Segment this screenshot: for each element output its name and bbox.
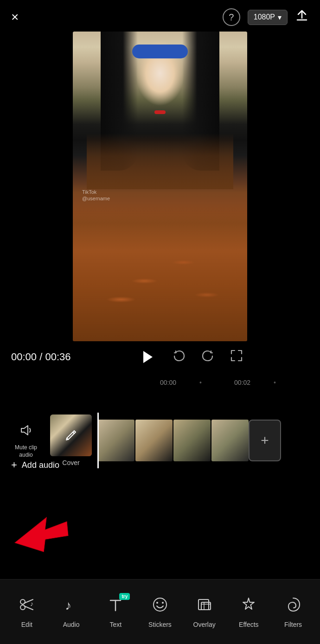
video-frame: TikTok @username xyxy=(73,32,247,341)
toolbar-item-effects[interactable]: Effects xyxy=(230,596,267,628)
toolbar-item-audio[interactable]: ♪ Audio xyxy=(53,596,90,628)
timeline-cursor xyxy=(97,413,99,468)
speaker-icon xyxy=(18,422,34,440)
stickers-icon xyxy=(151,596,169,617)
mute-clip-button[interactable]: Mute clip audio xyxy=(7,422,45,459)
svg-point-11 xyxy=(156,602,158,604)
effects-label: Effects xyxy=(239,621,259,628)
ruler-time-1: 00:00 xyxy=(160,379,176,386)
filters-label: Filters xyxy=(284,621,302,628)
add-audio-button[interactable]: Add audio xyxy=(22,460,59,470)
svg-text:♪: ♪ xyxy=(65,598,71,612)
try-badge: try xyxy=(119,593,130,600)
red-arrow-indicator xyxy=(14,515,70,558)
svg-point-10 xyxy=(154,598,166,611)
effects-icon xyxy=(240,596,257,617)
svg-text:♪: ♪ xyxy=(30,600,33,607)
add-audio-plus-icon: + xyxy=(11,459,17,471)
stickers-label: Stickers xyxy=(148,621,172,628)
svg-rect-13 xyxy=(198,599,209,610)
svg-marker-1 xyxy=(14,515,70,556)
play-button[interactable] xyxy=(137,347,157,367)
resolution-selector[interactable]: 1080P ▾ xyxy=(248,10,288,25)
toolbar-item-overlay[interactable]: Overlay xyxy=(186,596,223,628)
export-button[interactable] xyxy=(295,9,309,26)
toolbar-item-stickers[interactable]: Stickers xyxy=(141,596,179,628)
help-button[interactable]: ? xyxy=(223,8,240,26)
cover-thumbnail xyxy=(50,414,92,456)
overlay-label: Overlay xyxy=(193,621,216,628)
ruler-time-2: 00:02 xyxy=(234,379,250,386)
overlay-icon xyxy=(196,596,213,617)
video-preview: TikTok @username xyxy=(73,32,247,341)
timeline-area: Mute clip audio Cover + xyxy=(0,389,320,491)
text-label: Text xyxy=(109,621,122,628)
svg-point-12 xyxy=(162,602,164,604)
play-triangle-icon xyxy=(143,351,153,363)
add-audio-bar: + Add audio xyxy=(0,454,320,476)
timeline-ruler: 00:00 • 00:02 • xyxy=(0,376,320,389)
filters-icon xyxy=(284,596,302,617)
header-right: ? 1080P ▾ xyxy=(223,8,309,26)
time-display: 00:00 / 00:36 xyxy=(11,351,71,363)
toolbar-item-edit[interactable]: ♪ Edit xyxy=(8,596,45,628)
text-icon: try xyxy=(107,596,124,617)
fullscreen-button[interactable] xyxy=(230,349,243,365)
redo-button[interactable] xyxy=(201,349,215,366)
audio-label: Audio xyxy=(63,621,80,628)
playback-bar: 00:00 / 00:36 xyxy=(0,347,320,367)
playback-controls xyxy=(137,347,243,367)
audio-icon: ♪ xyxy=(63,596,80,617)
toolbar-item-filters[interactable]: Filters xyxy=(275,596,312,628)
close-button[interactable]: × xyxy=(11,10,19,25)
undo-button[interactable] xyxy=(172,349,186,366)
toolbar-item-text[interactable]: try Text xyxy=(97,596,134,628)
edit-label: Edit xyxy=(21,621,32,628)
watermark: TikTok @username xyxy=(82,189,110,202)
edit-icon: ♪ xyxy=(18,596,36,617)
bottom-toolbar: ♪ Edit ♪ Audio try Text xyxy=(0,579,320,644)
header: × ? 1080P ▾ xyxy=(0,0,320,34)
